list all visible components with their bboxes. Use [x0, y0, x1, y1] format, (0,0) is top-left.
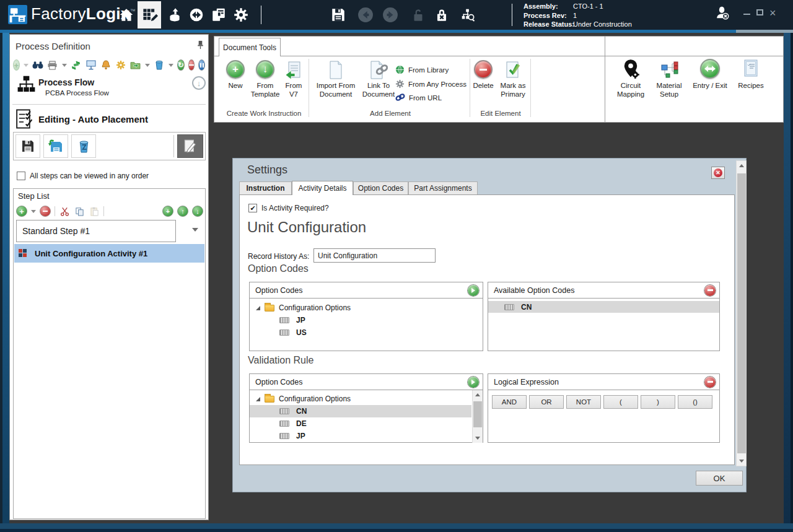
activity-row-selected[interactable]: Unit Configuration Activity #1 — [14, 244, 204, 263]
from-url-button[interactable]: From URL — [395, 94, 442, 102]
scrollbar-thumb[interactable] — [737, 173, 746, 453]
save-document-button[interactable] — [15, 134, 40, 158]
tree-expander-icon[interactable] — [256, 306, 260, 310]
import-from-document-button[interactable]: Import From Document — [313, 60, 358, 99]
tab-document-tools[interactable]: Document Tools — [219, 38, 281, 56]
is-activity-required-checkbox[interactable]: ✔ — [248, 204, 257, 212]
validation-tree-scrollbar[interactable] — [472, 390, 483, 443]
undo-back-icon[interactable] — [357, 6, 374, 24]
transfer-icon[interactable] — [188, 6, 205, 24]
logout-user-icon[interactable] — [710, 4, 735, 22]
unlock-icon[interactable] — [410, 6, 427, 24]
documents-icon[interactable] — [210, 6, 227, 24]
presentation-icon[interactable] — [85, 59, 97, 71]
remove-icon[interactable] — [188, 59, 195, 71]
dialog-scrollbar[interactable] — [736, 160, 747, 466]
add-process-icon[interactable]: + — [13, 59, 20, 71]
paren-pair-button[interactable]: () — [678, 395, 712, 409]
refresh-icon[interactable]: ↻ — [177, 59, 185, 71]
cut-icon[interactable] — [59, 206, 70, 217]
close-paren-button[interactable]: ) — [641, 395, 675, 409]
recycle-bucket-icon[interactable] — [154, 59, 165, 71]
scroll-down-icon[interactable] — [737, 456, 747, 466]
delete-element-button[interactable]: Delete — [471, 60, 496, 90]
publish-dropdown-icon[interactable] — [145, 64, 150, 67]
print-icon[interactable] — [47, 59, 58, 71]
tree-leaf-cn-selected[interactable]: CN — [250, 405, 471, 417]
tree-leaf-jp[interactable]: JP — [250, 430, 471, 442]
and-button[interactable]: AND — [492, 395, 527, 409]
move-down-icon[interactable]: ↓ — [192, 206, 203, 217]
delete-document-button[interactable] — [71, 134, 96, 158]
not-button[interactable]: NOT — [566, 395, 601, 409]
step-expander-chevron[interactable] — [192, 228, 198, 232]
tab-option-codes[interactable]: Option Codes — [353, 181, 408, 195]
find-binoculars-icon[interactable] — [32, 59, 43, 71]
scroll-up-icon[interactable] — [473, 390, 483, 399]
tab-part-assignments[interactable]: Part Assignments — [408, 181, 478, 195]
entry-exit-button[interactable]: Entry / Exit — [690, 59, 730, 90]
process-search-icon[interactable] — [456, 6, 480, 24]
tree-leaf-us[interactable]: US — [250, 326, 483, 339]
from-template-button[interactable]: ↓ From Template — [250, 60, 280, 99]
tree-leaf-jp[interactable]: JP — [250, 314, 483, 326]
material-setup-button[interactable]: Material Setup — [652, 59, 686, 99]
process-definition-nav-active[interactable] — [138, 1, 161, 28]
record-history-input[interactable]: Unit Configuration — [313, 248, 436, 263]
tab-activity-details[interactable]: Activity Details — [292, 181, 353, 195]
link-to-document-button[interactable]: Link To Document — [361, 60, 396, 99]
add-to-expression-button[interactable] — [468, 377, 479, 388]
data-import-icon[interactable] — [166, 6, 183, 24]
publish-folder-icon[interactable] — [130, 59, 141, 71]
tab-instruction[interactable]: Instruction — [239, 181, 292, 195]
open-paren-button[interactable]: ( — [603, 395, 638, 409]
mark-as-primary-button[interactable]: Mark as Primary — [497, 60, 529, 99]
tree-leaf-de[interactable]: DE — [250, 417, 471, 430]
add-option-code-button[interactable] — [468, 285, 479, 296]
bucket-dropdown-icon[interactable] — [169, 64, 173, 67]
remove-expression-button[interactable] — [704, 377, 716, 388]
expand-flow-button[interactable]: ↓ — [192, 76, 206, 90]
gear-gold-icon[interactable] — [115, 59, 126, 71]
step-selector[interactable]: Standard Step #1 — [16, 220, 176, 242]
or-button[interactable]: OR — [529, 395, 564, 409]
home-icon[interactable] — [118, 6, 135, 24]
tree-node-configuration-options[interactable]: Configuration Options — [250, 393, 471, 405]
add-step-dropdown-icon[interactable] — [31, 210, 36, 213]
lock-close-icon[interactable] — [433, 6, 450, 24]
recipes-button[interactable]: Recipes — [734, 59, 768, 90]
scroll-down-icon[interactable] — [473, 434, 483, 443]
move-up-icon[interactable]: ↑ — [177, 206, 188, 217]
dialog-close-button[interactable]: ✕ — [711, 167, 725, 179]
add-step-icon[interactable]: + — [16, 206, 27, 217]
scroll-up-icon[interactable] — [737, 161, 747, 170]
settings-gear-icon[interactable] — [232, 6, 250, 24]
available-item-cn-selected[interactable]: CN — [488, 301, 719, 313]
edit-instruction-button[interactable] — [177, 134, 203, 158]
circuit-mapping-button[interactable]: Circuit Mapping — [613, 59, 649, 99]
copy-icon[interactable] — [74, 206, 85, 217]
new-instruction-button[interactable]: + New — [222, 60, 249, 90]
from-v7-button[interactable]: From V7 — [280, 60, 307, 99]
remove-option-code-button[interactable] — [704, 285, 716, 296]
tree-node-configuration-options[interactable]: Configuration Options — [250, 302, 483, 314]
window-close-button[interactable]: × — [769, 7, 776, 20]
steps-order-option[interactable]: All steps can be viewed in any order — [17, 172, 149, 180]
window-minimize-button[interactable] — [743, 14, 750, 15]
from-any-process-button[interactable]: From Any Process — [395, 79, 467, 89]
tree-expander-icon[interactable] — [256, 397, 260, 401]
steps-order-checkbox[interactable] — [17, 172, 25, 180]
save-icon[interactable] — [330, 6, 347, 24]
bell-icon[interactable] — [100, 59, 112, 71]
pin-icon[interactable] — [196, 40, 205, 52]
print-dropdown-icon[interactable] — [62, 64, 67, 67]
pause-icon[interactable] — [198, 59, 205, 71]
add-activity-icon[interactable]: + — [162, 206, 173, 217]
window-maximize-button[interactable] — [756, 9, 763, 15]
save-template-button[interactable] — [43, 134, 68, 158]
ok-button[interactable]: OK — [696, 471, 743, 486]
validate-process-icon[interactable] — [71, 59, 82, 71]
remove-step-icon[interactable] — [40, 206, 51, 217]
paste-icon[interactable] — [89, 206, 100, 217]
is-activity-required-option[interactable]: ✔ Is Activity Required? — [248, 204, 329, 212]
